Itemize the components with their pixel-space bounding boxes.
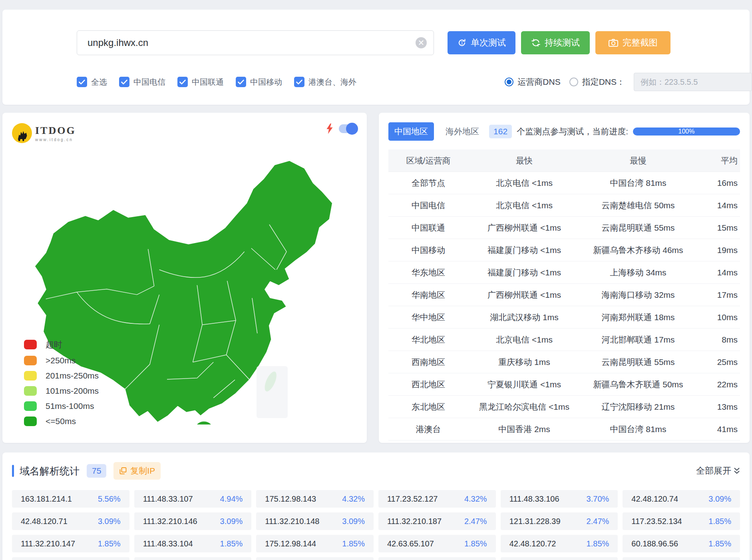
- china-map-panel: ITDOG www.itdog.cn: [2, 113, 367, 443]
- legend-item: 超时: [24, 339, 99, 350]
- table-row[interactable]: 华中地区 湖北武汉移动 1ms 河南郑州联通 18ms 10ms: [388, 306, 740, 329]
- cell-average: 19ms: [696, 245, 740, 255]
- ip-percentage: 2.47%: [464, 517, 487, 526]
- ip-percentage: 3.09%: [708, 494, 731, 504]
- expand-all-button[interactable]: 全部展开: [696, 465, 740, 477]
- table-row[interactable]: 中国联通 广西柳州联通 <1ms 云南昆明联通 55ms 15ms: [388, 217, 740, 239]
- ip-address: 163.181.214.1: [21, 494, 72, 504]
- table-row[interactable]: 全部节点 北京电信 <1ms 中国台湾 81ms 16ms: [388, 172, 740, 194]
- ip-percentage: 4.32%: [342, 494, 365, 504]
- ip-cell[interactable]: 121.31.228.39 2.47%: [501, 512, 618, 530]
- col-region: 区域/运营商: [388, 155, 468, 166]
- tab-china-region[interactable]: 中国地区: [388, 122, 434, 141]
- ip-cell[interactable]: 111.48.33.107 4.94%: [134, 490, 252, 508]
- cell-average: 16ms: [696, 178, 740, 188]
- copy-ip-button[interactable]: 复制IP: [113, 462, 161, 480]
- ip-cell[interactable]: 42.48.120.74 3.09%: [623, 490, 740, 508]
- carrier-checkbox[interactable]: 中国移动: [236, 77, 282, 88]
- dns-stats-title: 域名解析统计: [20, 464, 80, 478]
- logo-title: ITDOG: [35, 125, 76, 137]
- carrier-checkbox-label: 港澳台、海外: [308, 77, 356, 88]
- ip-address: 111.48.33.107: [143, 494, 193, 504]
- ip-percentage: 3.70%: [587, 494, 609, 504]
- single-test-button[interactable]: 1 单次测试: [448, 31, 515, 54]
- ip-cell[interactable]: 117.23.52.127 4.32%: [378, 490, 496, 508]
- full-screenshot-button[interactable]: 完整截图: [595, 31, 670, 54]
- ip-cell[interactable]: 42.48.120.71 3.09%: [12, 512, 129, 530]
- ip-cell[interactable]: 111.48.33.104 1.85%: [134, 535, 252, 552]
- checkbox-checked-icon: [77, 77, 87, 87]
- cell-average: 25ms: [696, 357, 740, 367]
- cell-slowest: 云南昆明联通 55ms: [580, 222, 696, 233]
- ip-cell[interactable]: 163.181.214.1 5.56%: [12, 490, 129, 508]
- ip-cell[interactable]: [12, 557, 129, 560]
- table-row[interactable]: 东北地区 黑龙江哈尔滨电信 <1ms 辽宁沈阳移动 21ms 13ms: [388, 396, 740, 418]
- ip-cell[interactable]: 117.23.52.134 1.85%: [623, 512, 740, 530]
- table-row[interactable]: 中国电信 北京电信 <1ms 云南楚雄电信 50ms 14ms: [388, 194, 740, 217]
- carrier-checkbox[interactable]: 全选: [77, 77, 107, 88]
- ip-address: 42.63.65.107: [387, 539, 434, 548]
- table-row[interactable]: 西南地区 重庆移动 1ms 云南昆明联通 55ms 25ms: [388, 351, 740, 373]
- table-row[interactable]: 华北地区 北京电信 <1ms 河北邯郸联通 17ms 8ms: [388, 329, 740, 351]
- continuous-test-button[interactable]: 持续测试: [521, 31, 590, 54]
- carrier-checkbox[interactable]: 中国电信: [119, 77, 165, 88]
- carrier-checkbox[interactable]: 港澳台、海外: [294, 77, 356, 88]
- legend-item: <=50ms: [24, 417, 99, 426]
- ip-cell[interactable]: [256, 557, 374, 560]
- table-row[interactable]: 中国移动 福建厦门移动 <1ms 新疆乌鲁木齐移动 46ms 19ms: [388, 239, 740, 261]
- custom-dns-radio[interactable]: 指定DNS：: [569, 76, 625, 88]
- ip-percentage: 1.85%: [220, 539, 243, 548]
- ip-address: 111.32.210.187: [387, 517, 442, 526]
- host-input-wrap: ✕: [77, 30, 434, 55]
- cell-average: 14ms: [696, 268, 740, 277]
- ip-cell[interactable]: [501, 557, 618, 560]
- cell-slowest: 上海移动 34ms: [580, 267, 696, 278]
- cell-average: 17ms: [696, 290, 740, 300]
- col-fastest: 最快: [468, 155, 580, 166]
- cell-region: 中国电信: [388, 200, 468, 211]
- ip-cell[interactable]: [134, 557, 252, 560]
- carrier-dns-label: 运营商DNS: [517, 76, 560, 88]
- ip-cell[interactable]: [623, 557, 740, 560]
- ip-cell[interactable]: 111.48.33.106 3.70%: [501, 490, 618, 508]
- ip-cell[interactable]: 42.48.120.72 1.85%: [501, 535, 618, 552]
- ip-cell[interactable]: 111.32.210.148 3.09%: [256, 512, 374, 530]
- monitor-text: 个监测点参与测试，当前进度:: [517, 126, 628, 137]
- ip-address: 42.48.120.74: [631, 494, 678, 504]
- carrier-checkbox[interactable]: 中国联通: [177, 77, 224, 88]
- radio-selected-icon: [505, 78, 513, 86]
- clear-input-icon[interactable]: ✕: [416, 37, 427, 48]
- cell-fastest: 湖北武汉移动 1ms: [468, 312, 580, 323]
- ip-cell[interactable]: 175.12.98.143 4.32%: [256, 490, 374, 508]
- ip-address: 111.32.210.147: [21, 539, 75, 548]
- cell-fastest: 北京电信 <1ms: [468, 177, 580, 189]
- ip-cell[interactable]: [378, 557, 496, 560]
- legend-item: >250ms: [24, 356, 99, 365]
- table-row[interactable]: 华东地区 福建厦门移动 <1ms 上海移动 34ms 14ms: [388, 261, 740, 284]
- cell-fastest: 黑龙江哈尔滨电信 <1ms: [468, 401, 580, 413]
- cell-region: 东北地区: [388, 401, 468, 413]
- ip-cell[interactable]: 111.32.210.187 2.47%: [378, 512, 496, 530]
- fast-mode-toggle[interactable]: [339, 124, 357, 133]
- ip-cell[interactable]: 175.12.98.144 1.85%: [256, 535, 374, 552]
- cell-fastest: 福建厦门移动 <1ms: [468, 245, 580, 256]
- table-row[interactable]: 港澳台 中国香港 2ms 中国台湾 81ms 41ms: [388, 418, 740, 440]
- table-row[interactable]: 西北地区 宁夏银川联通 <1ms 新疆乌鲁木齐联通 50ms 22ms: [388, 373, 740, 396]
- table-row[interactable]: 华南地区 广西柳州联通 <1ms 海南海口移动 32ms 17ms: [388, 284, 740, 306]
- map-watermark: [257, 366, 288, 418]
- host-input[interactable]: [77, 30, 434, 55]
- copy-ip-label: 复制IP: [130, 465, 155, 476]
- carrier-dns-radio[interactable]: 运营商DNS: [505, 76, 560, 88]
- ip-cell[interactable]: 60.188.96.56 1.85%: [623, 535, 740, 552]
- ip-cell[interactable]: 111.32.210.147 1.85%: [12, 535, 129, 552]
- ip-cell[interactable]: 111.32.210.146 3.09%: [134, 512, 252, 530]
- ip-percentage: 1.85%: [587, 539, 609, 548]
- ip-percentage: 3.09%: [98, 517, 121, 526]
- title-accent-bar: [12, 465, 14, 477]
- cell-slowest: 新疆乌鲁木齐移动 46ms: [580, 245, 696, 256]
- custom-dns-input[interactable]: [634, 73, 752, 91]
- tab-overseas-region[interactable]: 海外地区: [440, 122, 485, 141]
- ip-cell[interactable]: 42.63.65.107 1.85%: [378, 535, 496, 552]
- latency-legend: 超时 >250ms 201ms-250ms 101ms-200ms: [24, 339, 99, 426]
- col-average: 平均: [696, 155, 740, 166]
